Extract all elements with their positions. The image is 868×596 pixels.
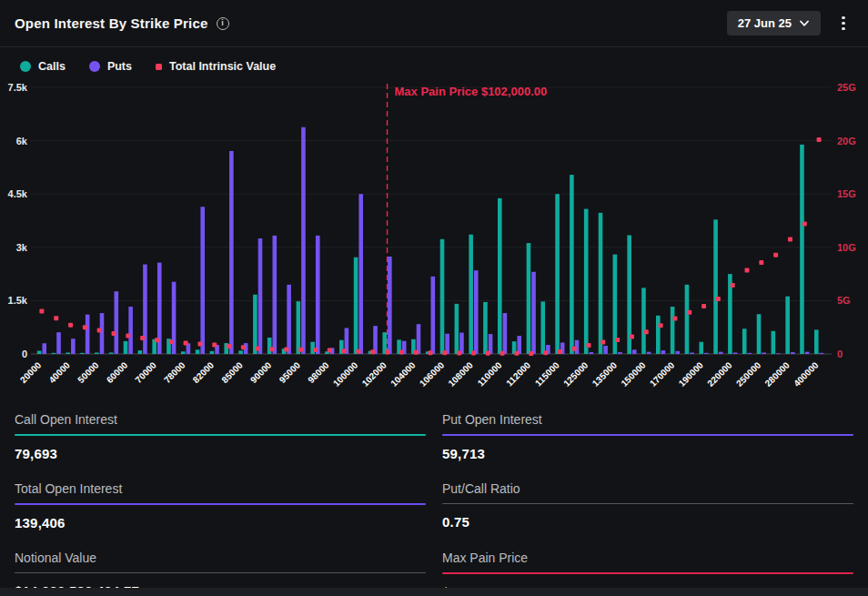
calls-bar[interactable] (685, 285, 690, 354)
intrinsic-dot[interactable] (184, 341, 188, 346)
puts-bar[interactable] (474, 270, 479, 354)
calls-bar[interactable] (297, 301, 301, 354)
intrinsic-dot[interactable] (587, 343, 591, 348)
intrinsic-dot[interactable] (558, 349, 562, 354)
intrinsic-dot[interactable] (241, 345, 246, 349)
intrinsic-dot[interactable] (197, 342, 202, 347)
puts-bar[interactable] (603, 346, 608, 354)
expiry-dropdown[interactable]: 27 Jun 25 (727, 11, 821, 35)
calls-bar[interactable] (52, 353, 56, 354)
puts-bar[interactable] (115, 291, 119, 354)
intrinsic-dot[interactable] (773, 253, 778, 258)
puts-bar[interactable] (791, 352, 795, 354)
intrinsic-dot[interactable] (284, 348, 288, 352)
intrinsic-dot[interactable] (659, 323, 663, 328)
intrinsic-dot[interactable] (169, 339, 174, 344)
puts-bar[interactable] (71, 338, 76, 354)
puts-bar[interactable] (503, 313, 508, 354)
intrinsic-dot[interactable] (399, 350, 404, 355)
intrinsic-dot[interactable] (313, 348, 318, 352)
puts-bar[interactable] (776, 353, 781, 354)
intrinsic-dot[interactable] (788, 237, 792, 242)
calls-bar[interactable] (570, 175, 574, 354)
calls-bar[interactable] (785, 297, 790, 354)
puts-bar[interactable] (273, 236, 278, 354)
puts-bar[interactable] (647, 352, 651, 354)
calls-bar[interactable] (80, 353, 85, 354)
intrinsic-dot[interactable] (328, 349, 332, 353)
puts-bar[interactable] (618, 352, 622, 354)
intrinsic-dot[interactable] (68, 323, 73, 328)
intrinsic-dot[interactable] (644, 329, 649, 334)
intrinsic-dot[interactable] (112, 331, 116, 336)
intrinsic-dot[interactable] (270, 347, 275, 351)
intrinsic-dot[interactable] (442, 350, 447, 355)
puts-bar[interactable] (200, 207, 205, 354)
calls-bar[interactable] (267, 338, 272, 354)
intrinsic-dot[interactable] (97, 328, 102, 332)
calls-bar[interactable] (138, 350, 143, 354)
intrinsic-dot[interactable] (429, 350, 433, 355)
puts-bar[interactable] (820, 353, 824, 354)
calls-bar[interactable] (124, 341, 128, 354)
intrinsic-dot[interactable] (256, 346, 260, 350)
calls-bar[interactable] (699, 342, 703, 354)
calls-bar[interactable] (527, 243, 531, 354)
intrinsic-dot[interactable] (529, 351, 533, 356)
calls-bar[interactable] (66, 352, 70, 354)
intrinsic-dot[interactable] (630, 335, 634, 339)
puts-bar[interactable] (531, 272, 536, 354)
intrinsic-dot[interactable] (414, 350, 419, 355)
calls-bar[interactable] (181, 351, 186, 354)
calls-bar[interactable] (814, 329, 819, 354)
intrinsic-dot[interactable] (687, 310, 691, 315)
intrinsic-dot[interactable] (615, 338, 620, 342)
calls-bar[interactable] (599, 213, 603, 354)
intrinsic-dot[interactable] (83, 325, 87, 329)
puts-bar[interactable] (675, 351, 680, 354)
puts-bar[interactable] (690, 352, 694, 354)
intrinsic-dot[interactable] (672, 316, 677, 320)
puts-bar[interactable] (258, 238, 263, 354)
intrinsic-dot[interactable] (457, 351, 461, 356)
puts-bar[interactable] (100, 313, 105, 354)
puts-bar[interactable] (459, 333, 464, 354)
intrinsic-dot[interactable] (716, 297, 721, 301)
calls-bar[interactable] (742, 328, 747, 354)
puts-bar[interactable] (388, 257, 392, 354)
intrinsic-dot[interactable] (601, 339, 605, 344)
puts-bar[interactable] (358, 194, 363, 354)
calls-bar[interactable] (210, 351, 215, 354)
puts-bar[interactable] (704, 353, 709, 354)
intrinsic-dot[interactable] (514, 351, 519, 356)
puts-bar[interactable] (661, 350, 666, 354)
calls-bar[interactable] (498, 198, 502, 354)
calls-bar[interactable] (584, 209, 589, 354)
calls-bar[interactable] (455, 304, 459, 354)
intrinsic-dot[interactable] (701, 304, 706, 308)
puts-bar[interactable] (301, 127, 306, 354)
intrinsic-dot[interactable] (543, 350, 548, 355)
calls-bar[interactable] (540, 301, 545, 354)
puts-bar[interactable] (748, 353, 752, 354)
puts-bar[interactable] (590, 352, 594, 354)
calls-bar[interactable] (641, 288, 646, 354)
calls-bar[interactable] (354, 258, 358, 354)
puts-bar[interactable] (489, 334, 493, 354)
puts-bar[interactable] (733, 352, 738, 354)
puts-bar[interactable] (805, 352, 810, 354)
intrinsic-dot[interactable] (370, 349, 375, 354)
calls-bar[interactable] (238, 350, 243, 354)
legend-item-calls[interactable]: Calls (20, 60, 66, 73)
intrinsic-dot[interactable] (126, 333, 130, 338)
puts-bar[interactable] (632, 349, 637, 354)
puts-bar[interactable] (143, 265, 147, 354)
calls-bar[interactable] (656, 316, 661, 354)
puts-bar[interactable] (229, 151, 234, 354)
intrinsic-dot[interactable] (802, 222, 807, 227)
intrinsic-dot[interactable] (731, 283, 735, 288)
calls-bar[interactable] (713, 219, 718, 354)
puts-bar[interactable] (128, 307, 133, 354)
intrinsic-dot[interactable] (54, 316, 58, 320)
puts-bar[interactable] (42, 343, 46, 354)
